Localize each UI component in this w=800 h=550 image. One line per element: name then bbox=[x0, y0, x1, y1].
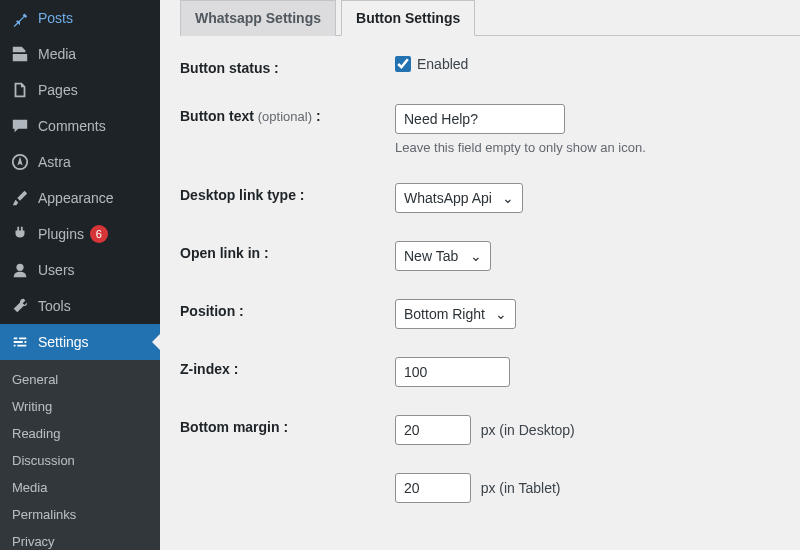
sidebar-label: Users bbox=[38, 262, 75, 278]
bottom-margin-tablet-input[interactable] bbox=[395, 473, 471, 503]
sidebar-label: Comments bbox=[38, 118, 106, 134]
submenu-item-reading[interactable]: Reading bbox=[0, 420, 160, 447]
button-settings-form: Button status : Enabled Button text (opt… bbox=[180, 56, 800, 503]
sidebar-label: Posts bbox=[38, 10, 73, 26]
button-text-help: Leave this field empty to only show an i… bbox=[395, 140, 800, 155]
sidebar-label: Settings bbox=[38, 334, 89, 350]
zindex-label: Z-index : bbox=[180, 357, 395, 377]
submenu-item-discussion[interactable]: Discussion bbox=[0, 447, 160, 474]
button-status-checkbox[interactable] bbox=[395, 56, 411, 72]
sidebar-item-pages[interactable]: Pages bbox=[0, 72, 160, 108]
sidebar-item-tools[interactable]: Tools bbox=[0, 288, 160, 324]
wrench-icon bbox=[10, 296, 30, 316]
bottom-margin-label: Bottom margin : bbox=[180, 415, 395, 435]
admin-sidebar: Posts Media Pages Comments Astra Appeara… bbox=[0, 0, 160, 550]
sliders-icon bbox=[10, 332, 30, 352]
brush-icon bbox=[10, 188, 30, 208]
user-icon bbox=[10, 260, 30, 280]
submenu-item-privacy[interactable]: Privacy bbox=[0, 528, 160, 550]
button-text-label: Button text (optional) : bbox=[180, 104, 395, 124]
chevron-down-icon: ⌄ bbox=[470, 248, 482, 264]
bottom-margin-desktop-suffix: px (in Desktop) bbox=[481, 422, 575, 438]
sidebar-item-media[interactable]: Media bbox=[0, 36, 160, 72]
sidebar-label: Media bbox=[38, 46, 76, 62]
update-badge: 6 bbox=[90, 225, 108, 243]
position-label: Position : bbox=[180, 299, 395, 319]
button-status-label: Button status : bbox=[180, 56, 395, 76]
open-link-in-label: Open link in : bbox=[180, 241, 395, 261]
sidebar-label: Pages bbox=[38, 82, 78, 98]
sidebar-item-plugins[interactable]: Plugins 6 bbox=[0, 216, 160, 252]
sidebar-label: Plugins bbox=[38, 226, 84, 242]
sidebar-label: Appearance bbox=[38, 190, 114, 206]
submenu-item-media[interactable]: Media bbox=[0, 474, 160, 501]
desktop-link-type-label: Desktop link type : bbox=[180, 183, 395, 203]
submenu-item-general[interactable]: General bbox=[0, 366, 160, 393]
settings-tabs: Whatsapp Settings Button Settings bbox=[180, 0, 800, 36]
chevron-down-icon: ⌄ bbox=[495, 306, 507, 322]
plugin-icon bbox=[10, 224, 30, 244]
bottom-margin-desktop-input[interactable] bbox=[395, 415, 471, 445]
main-content: Whatsapp Settings Button Settings Button… bbox=[160, 0, 800, 550]
sidebar-item-comments[interactable]: Comments bbox=[0, 108, 160, 144]
sidebar-label: Tools bbox=[38, 298, 71, 314]
sidebar-label: Astra bbox=[38, 154, 71, 170]
sidebar-item-settings[interactable]: Settings bbox=[0, 324, 160, 360]
tab-button-settings[interactable]: Button Settings bbox=[341, 0, 475, 36]
settings-submenu: General Writing Reading Discussion Media… bbox=[0, 360, 160, 550]
pages-icon bbox=[10, 80, 30, 100]
media-icon bbox=[10, 44, 30, 64]
desktop-link-type-select[interactable]: WhatsApp Api ⌄ bbox=[395, 183, 523, 213]
open-link-in-select[interactable]: New Tab ⌄ bbox=[395, 241, 491, 271]
pin-icon bbox=[10, 8, 30, 28]
sidebar-item-posts[interactable]: Posts bbox=[0, 0, 160, 36]
astra-icon bbox=[10, 152, 30, 172]
position-select[interactable]: Bottom Right ⌄ bbox=[395, 299, 516, 329]
submenu-item-writing[interactable]: Writing bbox=[0, 393, 160, 420]
comment-icon bbox=[10, 116, 30, 136]
button-text-input[interactable] bbox=[395, 104, 565, 134]
zindex-input[interactable] bbox=[395, 357, 510, 387]
chevron-down-icon: ⌄ bbox=[502, 190, 514, 206]
submenu-item-permalinks[interactable]: Permalinks bbox=[0, 501, 160, 528]
sidebar-item-users[interactable]: Users bbox=[0, 252, 160, 288]
sidebar-item-appearance[interactable]: Appearance bbox=[0, 180, 160, 216]
bottom-margin-tablet-suffix: px (in Tablet) bbox=[481, 480, 561, 496]
button-status-checkbox-label: Enabled bbox=[417, 56, 468, 72]
svg-point-1 bbox=[16, 264, 23, 271]
tab-whatsapp-settings[interactable]: Whatsapp Settings bbox=[180, 0, 336, 36]
sidebar-item-astra[interactable]: Astra bbox=[0, 144, 160, 180]
